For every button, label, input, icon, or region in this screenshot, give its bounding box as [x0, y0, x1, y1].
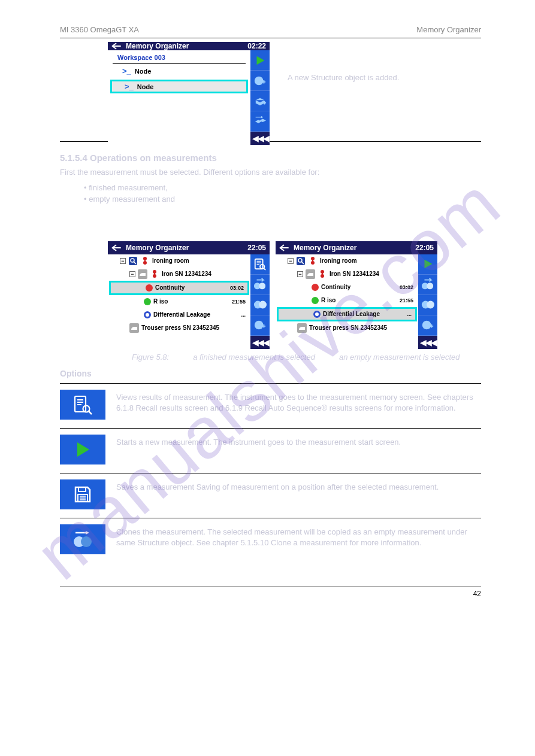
tree-node-selected[interactable]: >_ Node [110, 80, 248, 93]
row-time: 03:02 [230, 285, 246, 291]
more-button[interactable]: ◀◀◀ [418, 336, 437, 349]
option-description: Starts a new measurement. The instrument… [116, 435, 481, 448]
clone-button[interactable] [60, 524, 105, 554]
screenshot-title: Memory Organizer [294, 244, 412, 252]
node-label: Node [137, 83, 154, 90]
page-header: MI 3360 OmegaGT XA Memory Organizer [60, 24, 481, 38]
svg-point-38 [81, 536, 92, 547]
screenshot-time: 22:05 [415, 244, 434, 252]
row-label: Trouser press SN 23452345 [141, 324, 219, 331]
view-result-button[interactable] [250, 254, 270, 275]
tree-row-measurement[interactable]: Continuity 03:02 [276, 281, 418, 294]
header-left: MI 3360 OmegaGT XA [60, 25, 139, 34]
link-icon [150, 269, 159, 279]
search-icon [296, 256, 306, 266]
figure-caption-left: a finished measurement is selected [193, 353, 315, 362]
link-icon [308, 256, 318, 266]
workspace-header[interactable]: Workspace 003 [113, 51, 246, 64]
row-time: ... [407, 311, 414, 317]
bullet-item: • finished measurement, [84, 182, 481, 194]
clone-next-button[interactable] [418, 275, 437, 295]
svg-point-14 [259, 283, 265, 289]
play-button[interactable] [250, 50, 270, 71]
view-results-button[interactable] [60, 390, 105, 420]
option-description: Views results of measurement. The instru… [116, 390, 481, 414]
status-pass-icon [312, 297, 319, 304]
row-label: Iron SN 12341234 [330, 271, 379, 277]
svg-rect-22 [312, 259, 313, 263]
collapse-icon[interactable]: − [129, 271, 135, 277]
options-heading: Options [60, 364, 481, 383]
section-intro: First the measurement must be selected. … [60, 166, 481, 178]
more-button[interactable]: ◀◀◀ [250, 132, 270, 145]
svg-rect-5 [144, 259, 146, 263]
figure-caption: A new Structure object is added. [288, 42, 399, 84]
clone-button[interactable] [250, 295, 270, 315]
row-time: 21:55 [400, 297, 416, 303]
svg-rect-9 [154, 272, 155, 276]
screenshot-2-right: Memory Organizer 22:05 − Ironing room − [276, 241, 437, 349]
section-heading: 5.1.5.4 Operations on measurements [60, 153, 481, 163]
row-label: Differential Leakage [153, 311, 210, 318]
paste-box-button[interactable] [250, 111, 270, 132]
more-button[interactable]: ◀◀◀ [250, 336, 270, 349]
page-number: 42 [473, 590, 481, 598]
tree-row-measurement[interactable]: R iso 21:55 [108, 295, 250, 308]
back-icon[interactable] [279, 244, 290, 252]
figure-number: Figure 5.8: [132, 353, 169, 362]
status-fail-icon [312, 284, 319, 291]
tree-row-location[interactable]: − Ironing room [108, 254, 250, 268]
tree-row-measurement[interactable]: R iso 21:55 [276, 294, 418, 307]
tree-row-appliance[interactable]: Trouser press SN 23452345 [276, 321, 418, 335]
svg-point-32 [422, 321, 431, 330]
collapse-icon[interactable]: − [297, 271, 303, 277]
node-icon: >_ [125, 82, 134, 91]
tree-node[interactable]: >_ Node [108, 64, 250, 78]
row-label: Iron SN 12341234 [162, 271, 211, 277]
row-label: Ironing room [320, 257, 357, 264]
save-button[interactable] [60, 479, 105, 509]
search-icon [128, 256, 138, 266]
add-box-button[interactable] [250, 91, 270, 111]
link-icon [318, 269, 327, 279]
row-time: 21:55 [232, 299, 248, 305]
play-button[interactable] [418, 254, 437, 275]
back-icon[interactable] [111, 42, 122, 50]
svg-point-17 [255, 321, 264, 330]
bullet-item: • empty measurement and [84, 193, 481, 205]
screenshot-time: 02:22 [247, 42, 266, 50]
collapse-icon[interactable]: − [288, 258, 294, 264]
tree-row-appliance[interactable]: − Iron SN 12341234 [108, 268, 250, 281]
add-circle-button[interactable] [250, 315, 270, 336]
svg-rect-26 [322, 272, 323, 276]
row-label: Differential Leakage [323, 311, 380, 317]
back-icon[interactable] [111, 244, 122, 252]
node-label: Node [135, 68, 152, 75]
tree-row-measurement-selected[interactable]: Differential Leakage ... [277, 308, 416, 321]
iron-icon [297, 323, 307, 333]
header-right: Memory Organizer [416, 25, 481, 34]
node-icon: >_ [122, 66, 131, 75]
clone-button[interactable] [418, 295, 437, 315]
clone-next-button[interactable] [250, 275, 270, 295]
svg-point-29 [427, 283, 433, 289]
collapse-icon[interactable]: − [120, 258, 126, 264]
svg-rect-11 [255, 259, 263, 269]
option-description: Clones the measurement. The selected mea… [116, 524, 481, 548]
tree-row-appliance[interactable]: − Iron SN 12341234 [276, 268, 418, 281]
tree-row-measurement[interactable]: Differential Leakage ... [108, 308, 250, 321]
row-time: ... [241, 312, 248, 318]
tree-row-measurement-selected[interactable]: Continuity 03:02 [110, 281, 249, 294]
tree-row-location[interactable]: − Ironing room [276, 254, 418, 268]
screenshot-title: Memory Organizer [126, 42, 244, 50]
add-circle-button[interactable] [250, 71, 270, 91]
figure-caption-right: an empty measurement is selected [339, 353, 460, 362]
svg-point-0 [255, 76, 264, 85]
tree-row-appliance[interactable]: Trouser press SN 23452345 [108, 321, 250, 335]
row-label: Trouser press SN 23452345 [309, 324, 387, 331]
iron-icon [129, 323, 139, 333]
add-circle-button[interactable] [418, 315, 437, 336]
header-divider [60, 38, 481, 38]
start-button[interactable] [60, 435, 105, 464]
status-pass-icon [144, 298, 151, 305]
